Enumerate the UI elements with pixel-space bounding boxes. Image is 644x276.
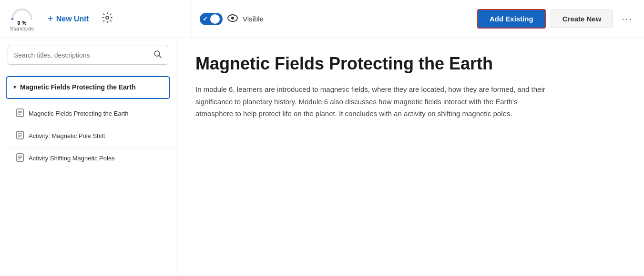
list-item[interactable]: Activity: Magnetic Pole Shift <box>10 125 176 148</box>
visibility-area: ✓ Visible <box>200 13 264 25</box>
lesson-label: Activity: Magnetic Pole Shift <box>29 132 105 140</box>
new-unit-button[interactable]: + New Unit <box>44 11 92 26</box>
search-box[interactable] <box>8 46 168 65</box>
plus-icon: + <box>48 13 53 24</box>
tree-area: ▾ Magnetic Fields Protecting the Earth M… <box>0 69 176 276</box>
sidebar: ▾ Magnetic Fields Protecting the Earth M… <box>0 38 176 276</box>
svg-point-0 <box>106 16 109 19</box>
add-existing-button[interactable]: Add Existing <box>477 9 546 29</box>
content-title: Magnetic Fields Protecting the Earth <box>195 53 625 74</box>
tree-unit-item[interactable]: ▾ Magnetic Fields Protecting the Earth <box>6 76 170 99</box>
right-panel: Magnetic Fields Protecting the Earth In … <box>176 38 644 276</box>
lesson-label: Magnetic Fields Protecting the Earth <box>29 109 129 118</box>
search-input[interactable] <box>14 51 150 59</box>
list-item[interactable]: Activity Shifting Magnetic Poles <box>10 148 176 169</box>
eye-icon <box>227 13 238 24</box>
document-icon <box>16 153 24 164</box>
more-options-button[interactable]: ··· <box>618 11 636 26</box>
progress-text: 0 % Standards <box>10 20 34 31</box>
toggle-knob <box>210 14 220 24</box>
toggle-track: ✓ <box>200 13 223 25</box>
tree-unit-arrow-icon: ▾ <box>13 84 16 90</box>
progress-arc <box>10 7 34 20</box>
tree-children: Magnetic Fields Protecting the Earth Act… <box>10 103 176 169</box>
document-icon <box>16 131 24 141</box>
toolbar-right: ✓ Visible Add Existing Create New ··· <box>192 0 636 38</box>
svg-point-2 <box>231 17 234 20</box>
visibility-toggle[interactable]: ✓ <box>200 13 223 25</box>
document-icon <box>16 108 24 119</box>
toolbar-left: 0 % Standards + New Unit <box>8 5 184 33</box>
lesson-label: Activity Shifting Magnetic Poles <box>29 154 115 163</box>
progress-circle: 0 % Standards <box>8 5 36 33</box>
main-content: ▾ Magnetic Fields Protecting the Earth M… <box>0 38 644 276</box>
action-buttons: Add Existing Create New ··· <box>477 9 636 29</box>
new-unit-label: New Unit <box>56 15 89 23</box>
content-description: In module 6, learners are introduced to … <box>195 83 548 120</box>
search-icon <box>153 50 162 60</box>
visible-label: Visible <box>243 15 264 23</box>
list-item[interactable]: Magnetic Fields Protecting the Earth <box>10 103 176 125</box>
gear-icon <box>102 12 112 23</box>
toolbar: 0 % Standards + New Unit ✓ <box>0 0 644 38</box>
search-area <box>0 38 176 69</box>
tree-unit-label: Magnetic Fields Protecting the Earth <box>20 83 136 92</box>
progress-percent: 0 % <box>10 20 34 26</box>
settings-button[interactable] <box>100 10 114 27</box>
svg-line-4 <box>159 56 162 58</box>
check-icon: ✓ <box>203 15 208 22</box>
progress-label: Standards <box>10 26 34 31</box>
create-new-button[interactable]: Create New <box>551 10 613 28</box>
